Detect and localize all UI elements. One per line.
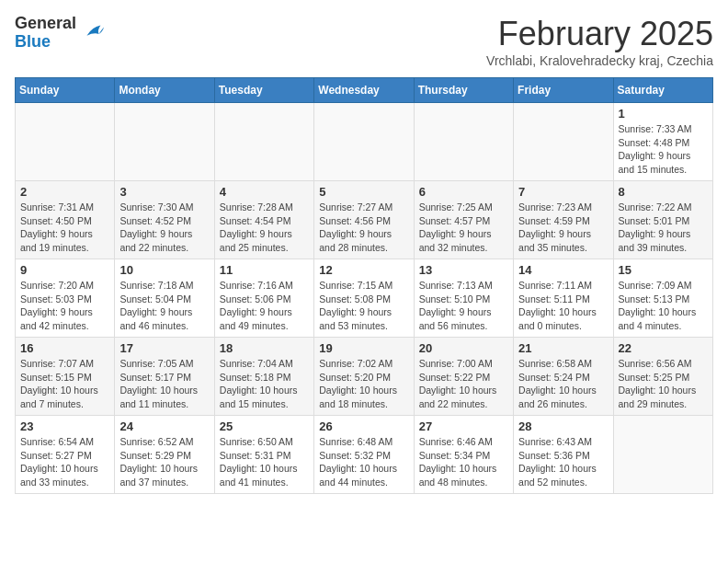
location-text: Vrchlabi, Kralovehradecky kraj, Czechia (486, 53, 713, 68)
day-number: 6 (419, 185, 508, 199)
page-header: General Blue February 2025 Vrchlabi, Kra… (15, 15, 713, 68)
day-number: 28 (518, 419, 608, 433)
day-info: Sunrise: 7:22 AMSunset: 5:01 PMDaylight:… (619, 201, 708, 255)
calendar-day-cell (613, 416, 712, 494)
calendar-day-cell: 26Sunrise: 6:48 AMSunset: 5:32 PMDayligh… (314, 416, 414, 494)
day-number: 5 (319, 185, 408, 199)
day-info: Sunrise: 7:04 AMSunset: 5:18 PMDaylight:… (220, 357, 309, 411)
day-of-week-header: Friday (514, 78, 613, 103)
day-number: 19 (319, 341, 408, 355)
calendar-table: SundayMondayTuesdayWednesdayThursdayFrid… (15, 77, 713, 494)
calendar-day-cell: 10Sunrise: 7:18 AMSunset: 5:04 PMDayligh… (115, 259, 214, 338)
day-info: Sunrise: 6:50 AMSunset: 5:31 PMDaylight:… (220, 435, 309, 489)
day-number: 22 (619, 341, 708, 355)
calendar-week-row: 23Sunrise: 6:54 AMSunset: 5:27 PMDayligh… (16, 416, 713, 494)
calendar-day-cell: 14Sunrise: 7:11 AMSunset: 5:11 PMDayligh… (514, 259, 613, 338)
logo-general-text: General (15, 15, 76, 33)
calendar-day-cell: 18Sunrise: 7:04 AMSunset: 5:18 PMDayligh… (214, 338, 313, 416)
calendar-day-cell (514, 103, 613, 181)
day-number: 2 (20, 185, 109, 199)
calendar-week-row: 9Sunrise: 7:20 AMSunset: 5:03 PMDaylight… (16, 259, 713, 338)
day-number: 17 (119, 341, 209, 355)
calendar-day-cell: 9Sunrise: 7:20 AMSunset: 5:03 PMDaylight… (16, 259, 115, 338)
day-info: Sunrise: 6:46 AMSunset: 5:34 PMDaylight:… (419, 435, 508, 489)
calendar-day-cell: 25Sunrise: 6:50 AMSunset: 5:31 PMDayligh… (214, 416, 313, 494)
day-number: 10 (119, 263, 209, 277)
calendar-day-cell: 11Sunrise: 7:16 AMSunset: 5:06 PMDayligh… (214, 259, 313, 338)
day-number: 25 (220, 419, 309, 433)
calendar-day-cell: 12Sunrise: 7:15 AMSunset: 5:08 PMDayligh… (314, 259, 414, 338)
day-number: 21 (518, 341, 608, 355)
calendar-day-cell: 20Sunrise: 7:00 AMSunset: 5:22 PMDayligh… (414, 338, 513, 416)
day-number: 12 (319, 263, 408, 277)
calendar-week-row: 16Sunrise: 7:07 AMSunset: 5:15 PMDayligh… (16, 338, 713, 416)
calendar-day-cell (16, 103, 115, 181)
day-info: Sunrise: 7:00 AMSunset: 5:22 PMDaylight:… (419, 357, 508, 411)
month-year-heading: February 2025 (486, 15, 713, 53)
day-of-week-header: Thursday (414, 78, 513, 103)
day-info: Sunrise: 7:18 AMSunset: 5:04 PMDaylight:… (119, 279, 209, 333)
calendar-day-cell: 2Sunrise: 7:31 AMSunset: 4:50 PMDaylight… (16, 181, 115, 259)
calendar-day-cell: 6Sunrise: 7:25 AMSunset: 4:57 PMDaylight… (414, 181, 513, 259)
calendar-day-cell: 23Sunrise: 6:54 AMSunset: 5:27 PMDayligh… (16, 416, 115, 494)
calendar-day-cell: 16Sunrise: 7:07 AMSunset: 5:15 PMDayligh… (16, 338, 115, 416)
day-info: Sunrise: 7:15 AMSunset: 5:08 PMDaylight:… (319, 279, 408, 333)
calendar-day-cell: 27Sunrise: 6:46 AMSunset: 5:34 PMDayligh… (414, 416, 513, 494)
day-of-week-header: Saturday (613, 78, 712, 103)
logo-bird-icon (80, 20, 106, 46)
calendar-day-cell: 3Sunrise: 7:30 AMSunset: 4:52 PMDaylight… (115, 181, 214, 259)
day-of-week-header: Wednesday (314, 78, 414, 103)
calendar-day-cell: 28Sunrise: 6:43 AMSunset: 5:36 PMDayligh… (514, 416, 613, 494)
day-number: 9 (20, 263, 109, 277)
day-info: Sunrise: 6:56 AMSunset: 5:25 PMDaylight:… (619, 357, 708, 411)
day-info: Sunrise: 7:05 AMSunset: 5:17 PMDaylight:… (119, 357, 209, 411)
day-number: 1 (619, 107, 708, 121)
day-number: 23 (20, 419, 109, 433)
day-number: 11 (220, 263, 309, 277)
day-number: 8 (619, 185, 708, 199)
day-of-week-header: Monday (115, 78, 214, 103)
day-number: 14 (518, 263, 608, 277)
day-info: Sunrise: 6:43 AMSunset: 5:36 PMDaylight:… (518, 435, 608, 489)
day-info: Sunrise: 7:16 AMSunset: 5:06 PMDaylight:… (220, 279, 309, 333)
calendar-day-cell: 15Sunrise: 7:09 AMSunset: 5:13 PMDayligh… (613, 259, 712, 338)
day-info: Sunrise: 7:13 AMSunset: 5:10 PMDaylight:… (419, 279, 508, 333)
day-info: Sunrise: 6:58 AMSunset: 5:24 PMDaylight:… (518, 357, 608, 411)
day-number: 20 (419, 341, 508, 355)
calendar-day-cell: 4Sunrise: 7:28 AMSunset: 4:54 PMDaylight… (214, 181, 313, 259)
day-info: Sunrise: 7:25 AMSunset: 4:57 PMDaylight:… (419, 201, 508, 255)
day-info: Sunrise: 7:23 AMSunset: 4:59 PMDaylight:… (518, 201, 608, 255)
calendar-day-cell: 8Sunrise: 7:22 AMSunset: 5:01 PMDaylight… (613, 181, 712, 259)
title-block: February 2025 Vrchlabi, Kralovehradecky … (486, 15, 713, 68)
day-number: 4 (220, 185, 309, 199)
day-number: 26 (319, 419, 408, 433)
calendar-day-cell: 17Sunrise: 7:05 AMSunset: 5:17 PMDayligh… (115, 338, 214, 416)
day-info: Sunrise: 6:48 AMSunset: 5:32 PMDaylight:… (319, 435, 408, 489)
calendar-week-row: 1Sunrise: 7:33 AMSunset: 4:48 PMDaylight… (16, 103, 713, 181)
day-info: Sunrise: 7:09 AMSunset: 5:13 PMDaylight:… (619, 279, 708, 333)
day-info: Sunrise: 7:28 AMSunset: 4:54 PMDaylight:… (220, 201, 309, 255)
calendar-day-cell: 21Sunrise: 6:58 AMSunset: 5:24 PMDayligh… (514, 338, 613, 416)
day-of-week-header: Sunday (16, 78, 115, 103)
day-info: Sunrise: 7:20 AMSunset: 5:03 PMDaylight:… (20, 279, 109, 333)
logo: General Blue (15, 15, 106, 52)
day-number: 15 (619, 263, 708, 277)
day-number: 27 (419, 419, 508, 433)
day-info: Sunrise: 6:52 AMSunset: 5:29 PMDaylight:… (119, 435, 209, 489)
day-number: 16 (20, 341, 109, 355)
day-info: Sunrise: 7:27 AMSunset: 4:56 PMDaylight:… (319, 201, 408, 255)
calendar-day-cell: 22Sunrise: 6:56 AMSunset: 5:25 PMDayligh… (613, 338, 712, 416)
day-number: 3 (119, 185, 209, 199)
calendar-header-row: SundayMondayTuesdayWednesdayThursdayFrid… (16, 78, 713, 103)
logo-blue-text: Blue (15, 33, 76, 52)
calendar-day-cell (314, 103, 414, 181)
day-of-week-header: Tuesday (214, 78, 313, 103)
calendar-day-cell (414, 103, 513, 181)
calendar-day-cell: 13Sunrise: 7:13 AMSunset: 5:10 PMDayligh… (414, 259, 513, 338)
day-info: Sunrise: 7:07 AMSunset: 5:15 PMDaylight:… (20, 357, 109, 411)
calendar-day-cell: 24Sunrise: 6:52 AMSunset: 5:29 PMDayligh… (115, 416, 214, 494)
day-number: 7 (518, 185, 608, 199)
day-number: 24 (119, 419, 209, 433)
calendar-day-cell: 7Sunrise: 7:23 AMSunset: 4:59 PMDaylight… (514, 181, 613, 259)
day-info: Sunrise: 7:33 AMSunset: 4:48 PMDaylight:… (619, 122, 708, 177)
